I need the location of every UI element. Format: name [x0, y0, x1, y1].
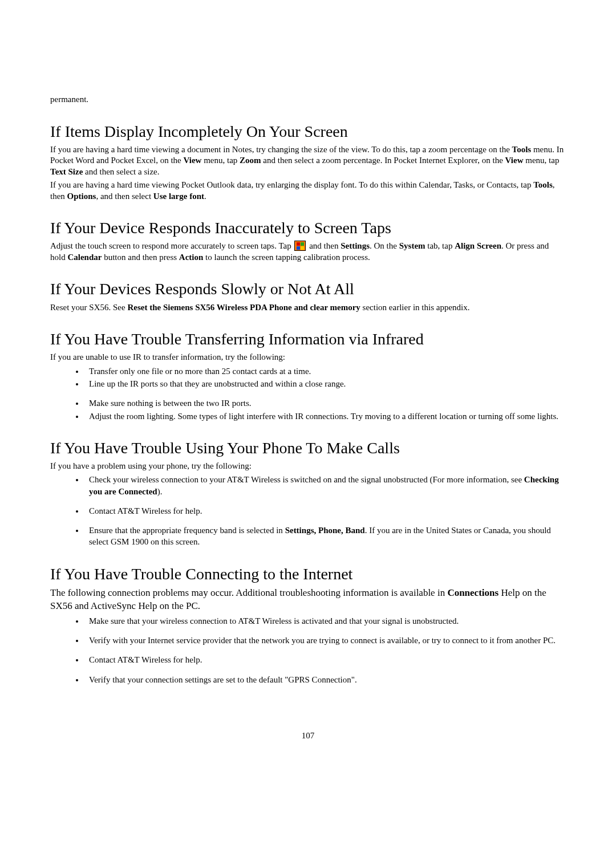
text: The following connection problems may oc… — [50, 587, 447, 598]
list-item: Adjust the room lighting. Some types of … — [84, 411, 566, 422]
text: button and then press — [102, 253, 179, 262]
text: Check your wireless connection to your A… — [89, 475, 524, 484]
text: tab, tap — [425, 241, 455, 250]
heading-responds-slowly: If Your Devices Responds Slowly or Not A… — [50, 280, 566, 298]
list-item: Verify that your connection settings are… — [84, 674, 566, 685]
text: and then select a zoom percentage. In Po… — [261, 156, 505, 165]
list-item: Make sure nothing is between the two IR … — [84, 397, 566, 409]
list-item: Make sure that your wireless connection … — [84, 615, 566, 627]
heading-display-incompletely: If Items Display Incompletely On Your Sc… — [50, 123, 566, 141]
s6-list: Make sure that your wireless connection … — [50, 615, 566, 685]
bold-tools: Tools — [533, 180, 553, 189]
list-item: Transfer only one file or no more than 2… — [84, 365, 566, 377]
s3-paragraph: Reset your SX56. See Reset the Siemens S… — [50, 302, 566, 314]
text: If you are having a hard time viewing Po… — [50, 180, 533, 189]
s1-paragraph-1: If you are having a hard time viewing a … — [50, 144, 566, 178]
s5-intro: If you have a problem using your phone, … — [50, 461, 566, 472]
s1-paragraph-2: If you are having a hard time viewing Po… — [50, 180, 566, 202]
bold-settings: Settings — [341, 241, 370, 250]
list-item: Check your wireless connection to your A… — [84, 474, 566, 497]
continuation-fragment: permanent. — [50, 94, 566, 105]
list-item: Verify with your Internet service provid… — [84, 635, 566, 646]
list-item: Contact AT&T Wireless for help. — [84, 654, 566, 665]
bold-use-large-font: Use large font — [153, 192, 204, 201]
text: Reset your SX56. See — [50, 303, 127, 312]
bold-view: View — [505, 156, 524, 165]
text: Ensure that the appropriate frequency ba… — [89, 526, 285, 535]
bold-options: Options — [67, 192, 96, 201]
bold-action: Action — [179, 253, 204, 262]
bold-tools: Tools — [512, 145, 532, 154]
heading-trouble-calls: If You Have Trouble Using Your Phone To … — [50, 439, 566, 457]
list-item: Contact AT&T Wireless for help. — [84, 505, 566, 517]
bold-reset-section: Reset the Siemens SX56 Wireless PDA Phon… — [127, 303, 360, 312]
page-number: 107 — [50, 731, 566, 741]
list-item: Line up the IR ports so that they are un… — [84, 378, 566, 389]
text: menu, tap — [201, 156, 240, 165]
bold-settings-phone-band: Settings, Phone, Band — [285, 526, 365, 535]
text: . — [204, 192, 206, 201]
text: ). — [157, 487, 163, 496]
s5-list: Check your wireless connection to your A… — [50, 474, 566, 547]
text: and then — [307, 241, 341, 250]
text: , and then select — [96, 192, 153, 201]
bold-align-screen: Align Screen — [455, 241, 501, 250]
text: and then select a size. — [83, 167, 159, 176]
heading-responds-inaccurately: If Your Device Responds Inaccurately to … — [50, 219, 566, 237]
text: Adjust the touch screen to respond more … — [50, 241, 293, 250]
s2-paragraph: Adjust the touch screen to respond more … — [50, 241, 566, 263]
bold-system: System — [399, 241, 425, 250]
text: menu, tap — [523, 156, 559, 165]
text: If you are having a hard time viewing a … — [50, 145, 512, 154]
bold-text-size: Text Size — [50, 167, 83, 176]
bold-view: View — [183, 156, 201, 165]
bold-zoom: Zoom — [240, 156, 261, 165]
bold-connections: Connections — [447, 587, 499, 598]
heading-trouble-internet: If You Have Trouble Connecting to the In… — [50, 565, 566, 583]
s4-list: Transfer only one file or no more than 2… — [50, 365, 566, 422]
text: section earlier in this appendix. — [360, 303, 470, 312]
list-item: Ensure that the appropriate frequency ba… — [84, 525, 566, 548]
heading-trouble-infrared: If You Have Trouble Transferring Informa… — [50, 330, 566, 348]
document-page: permanent. If Items Display Incompletely… — [0, 0, 616, 775]
text: . On the — [370, 241, 399, 250]
windows-start-icon — [294, 241, 306, 251]
s4-intro: If you are unable to use IR to transfer … — [50, 352, 566, 363]
s6-intro: The following connection problems may oc… — [50, 587, 566, 613]
text: to launch the screen tapping calibration… — [203, 253, 370, 262]
bold-calendar: Calendar — [67, 253, 102, 262]
